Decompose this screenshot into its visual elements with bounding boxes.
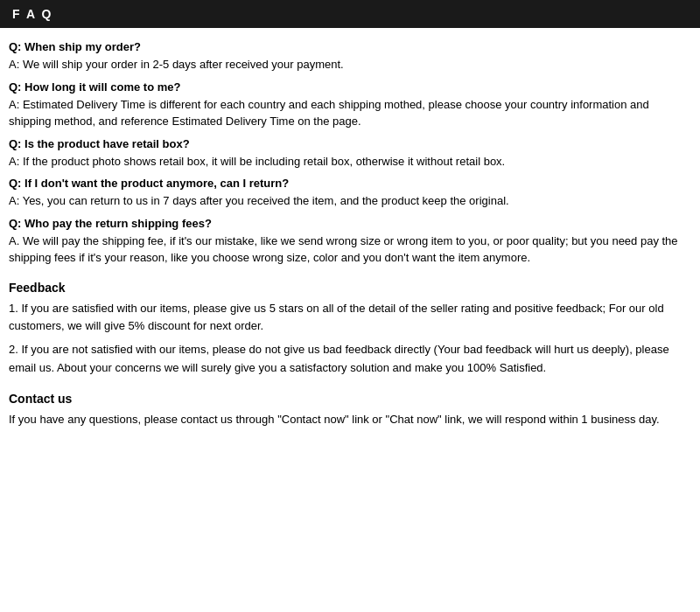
question-4: Q: If I don't want the product anymore, … bbox=[9, 177, 691, 190]
feedback-title: Feedback bbox=[9, 281, 691, 295]
answer-2: A: Estimated Delivery Time is different … bbox=[9, 96, 691, 130]
question-1: Q: When ship my order? bbox=[9, 40, 691, 53]
faq-item-5: Q: Who pay the return shipping fees? A. … bbox=[9, 217, 691, 267]
feedback-section: Feedback 1. If you are satisfied with ou… bbox=[9, 281, 691, 378]
question-5: Q: Who pay the return shipping fees? bbox=[9, 217, 691, 230]
question-2: Q: How long it will come to me? bbox=[9, 80, 691, 94]
answer-1: A: We will ship your order in 2-5 days a… bbox=[9, 56, 691, 73]
feedback-item-2: 2. If you are not satisfied with our ite… bbox=[9, 341, 691, 378]
faq-header: F A Q bbox=[0, 0, 700, 28]
faq-item-2: Q: How long it will come to me? A: Estim… bbox=[9, 80, 691, 130]
faq-item-4: Q: If I don't want the product anymore, … bbox=[9, 177, 691, 210]
contact-text: If you have any questions, please contac… bbox=[9, 411, 691, 429]
faq-item-1: Q: When ship my order? A: We will ship y… bbox=[9, 40, 691, 73]
faq-item-3: Q: Is the product have retail box? A: If… bbox=[9, 137, 691, 170]
feedback-item-1: 1. If you are satisfied with our items, … bbox=[9, 300, 691, 337]
answer-3: A: If the product photo shows retail box… bbox=[9, 153, 691, 170]
feedback-content: 1. If you are satisfied with our items, … bbox=[9, 300, 691, 378]
contact-section: Contact us If you have any questions, pl… bbox=[9, 392, 691, 429]
faq-section: Q: When ship my order? A: We will ship y… bbox=[9, 40, 691, 267]
answer-4: A: Yes, you can return to us in 7 days a… bbox=[9, 192, 691, 210]
question-3: Q: Is the product have retail box? bbox=[9, 137, 691, 150]
answer-5: A. We will pay the shipping fee, if it's… bbox=[9, 233, 691, 267]
contact-title: Contact us bbox=[9, 392, 691, 406]
